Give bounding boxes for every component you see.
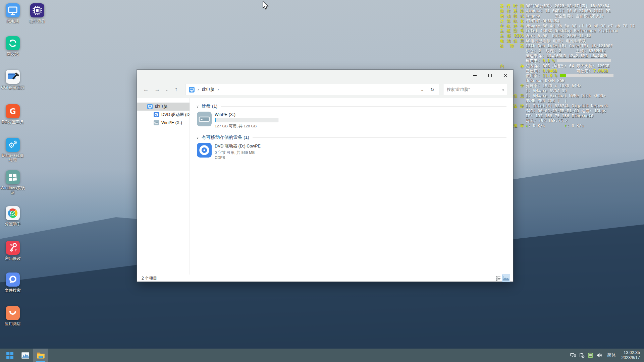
- status-bar: 2 个项目: [137, 275, 513, 282]
- tray-network-icon[interactable]: [569, 349, 577, 362]
- desktop-icon-cgi-backup[interactable]: CGI备份还原: [0, 70, 25, 90]
- file-list-pane: ∨硬盘 (1)WinPE (X:)127 GB 可用, 共 128 GB∨有可移…: [190, 98, 513, 275]
- address-bar[interactable]: › 此电脑 › ⌄ ↻: [185, 84, 439, 95]
- forward-button[interactable]: →: [152, 84, 162, 95]
- hwinfo-value: NVME MBR 2GB [ ]: [526, 99, 567, 103]
- desktop-icon-recycle-bin[interactable]: 回收站: [0, 36, 25, 56]
- hwinfo-row: 利用率: 0.1 %: [500, 59, 644, 64]
- svg-text:T: T: [15, 249, 17, 252]
- group-rule: [253, 137, 506, 138]
- back-button[interactable]: ←: [141, 84, 151, 95]
- desktop-icon-label: Windows安装器: [0, 186, 25, 195]
- taskbar-explorer-button[interactable]: [33, 349, 48, 362]
- explorer-toolbar: ← → ⌄ ↑ › 此电脑 › ⌄ ↻ ⌕: [137, 81, 513, 98]
- hwinfo-value: 已使用:: [526, 69, 542, 73]
- breadcrumb-separator: ›: [218, 87, 219, 92]
- hwinfo-progress-bar: [557, 59, 611, 62]
- dvd-big-icon: [197, 143, 212, 158]
- nav-item[interactable]: WinPE (X:): [137, 119, 190, 127]
- hwinfo-value: AC电源已连接 电量: 电池未装载: [526, 39, 586, 43]
- tray-volume-icon[interactable]: [595, 349, 603, 362]
- nav-item[interactable]: 此电脑: [137, 103, 190, 111]
- win-installer-icon: [6, 170, 20, 184]
- group-rule: [221, 106, 506, 107]
- group-header[interactable]: ∨有可移动存储的设备 (1): [196, 133, 506, 141]
- hwinfo-row: 网关: 192.168.75.2: [500, 118, 644, 123]
- hwinfo-row: 处 理 器12th Gen Intel(R) Core(TM) i3-12100…: [500, 44, 644, 49]
- address-dropdown-chevron[interactable]: ⌄: [417, 84, 427, 95]
- drive-mini-icon: [154, 120, 159, 125]
- hwinfo-row: 主板型号Intel 440BX Desktop Reference Platfo…: [500, 28, 644, 34]
- hwinfo-label: 主板型号: [500, 28, 524, 34]
- dism-icon: ⚙⚙: [6, 138, 20, 152]
- nav-item-label: 此电脑: [155, 104, 168, 110]
- hwinfo-value: 0.94GB: [542, 69, 557, 73]
- maximize-icon: [488, 74, 492, 77]
- details-view-button[interactable]: [494, 275, 502, 282]
- hwinfo-label: 运行时间: [500, 4, 524, 9]
- taskbar-start-button[interactable]: [2, 349, 17, 362]
- nav-item[interactable]: DVD 驱动器 (D:) CowPE: [137, 111, 190, 119]
- items-count: 2 个项目: [142, 276, 157, 281]
- recent-locations-chevron[interactable]: ⌄: [164, 84, 170, 95]
- hwinfo-value: 0.1 %: [542, 59, 554, 63]
- desktop-icon-dism[interactable]: ⚙⚙Dism++镜像处理: [0, 138, 25, 162]
- breadcrumb-this-pc[interactable]: 此电脑: [202, 87, 215, 93]
- file-search-icon: [6, 273, 20, 287]
- app-store-icon: [6, 306, 20, 320]
- hwinfo-value: 高速缓存: L1=160KB L2=2.5MB L3=24MB: [526, 54, 607, 58]
- hwinfo-row: 运行时间00时00分59秒 2023-08-17[四] 13:02:34: [500, 4, 644, 9]
- ime-indicator[interactable]: 简体: [603, 352, 619, 358]
- group-header[interactable]: ∨硬盘 (1): [196, 102, 506, 110]
- hwinfo-value: Windows 11 64Bit 10.0.22000.2121 PE: [526, 9, 610, 13]
- large-icons-view-button[interactable]: [502, 275, 510, 282]
- hwinfo-row: IP: 192.168.75.136 Ethernet0: [500, 114, 644, 119]
- search-input[interactable]: [447, 87, 502, 92]
- maximize-button[interactable]: [482, 70, 498, 81]
- details-view-icon: [496, 276, 501, 281]
- desktop: 运行时间00时00分59秒 2023-08-17[四] 13:02:34操作系统…: [0, 0, 644, 362]
- hwinfo-value: 分辨率: 644 x 362 64Hz: [526, 83, 581, 88]
- search-box[interactable]: ⌕: [443, 84, 507, 95]
- drive-item[interactable]: DVD 驱动器 (D:) CowPE0 字节 可用, 共 569 MBCDFS: [197, 143, 506, 160]
- hwinfo-label: 内 存: [500, 64, 524, 69]
- desktop-icon-hardware-view[interactable]: 硬件查看: [24, 3, 50, 23]
- window-titlebar[interactable]: [137, 70, 513, 81]
- minimize-button[interactable]: [467, 70, 482, 81]
- taskbar-perf-button[interactable]: [17, 349, 33, 362]
- this-pc-icon: [6, 3, 20, 17]
- drive-item[interactable]: WinPE (X:)127 GB 可用, 共 128 GB: [197, 112, 506, 129]
- desktop-icon-diskgenius[interactable]: GDG分区工具: [0, 104, 25, 124]
- hwinfo-label: 处 理 器: [500, 44, 524, 49]
- tray-app-icon[interactable]: [586, 349, 595, 362]
- desktop-icon-partition-assistant[interactable]: 分区助手: [0, 206, 25, 226]
- hwinfo-row: Unknown DRAM 8GB: [500, 78, 644, 83]
- hwinfo-row: 显 卡分辨率: 644 x 362 64Hz: [500, 83, 644, 88]
- hwinfo-label: 启动模式: [500, 14, 524, 19]
- clock-time: 13:02:35: [621, 350, 640, 355]
- explorer-icon: [36, 351, 45, 360]
- svg-text:N: N: [10, 244, 12, 247]
- hwinfo-value: 00时00分59秒 2023-08-17[四] 13:02:34: [526, 4, 609, 8]
- hwinfo-value: 使用率:: [526, 73, 542, 78]
- nav-item-label: WinPE (X:): [161, 120, 182, 125]
- up-button[interactable]: ↑: [171, 84, 181, 95]
- hwinfo-row: 已使用: 0.94GB 可使用: 7.06GB: [500, 69, 644, 74]
- explorer-window: ← → ⌄ ↑ › 此电脑 › ⌄ ↻ ⌕ 此电脑DVD 驱动器 (D:) Co…: [137, 70, 513, 282]
- hwinfo-value: 1: VMware SVGA 3D: [526, 88, 567, 93]
- desktop-icon-win-installer[interactable]: Windows安装器: [0, 170, 25, 195]
- hwinfo-value: 12th Gen Intel(R) Core(TM) i3-12100F: [526, 44, 613, 48]
- taskbar-clock[interactable]: 13:02:35 2023/8/17: [619, 350, 644, 360]
- refresh-button[interactable]: ↻: [427, 84, 437, 95]
- desktop-icon-password-reset[interactable]: NT密码修改: [0, 241, 25, 261]
- desktop-icon-file-search[interactable]: 文件搜索: [0, 273, 25, 293]
- close-button[interactable]: [498, 70, 513, 81]
- desktop-icon-label: DG分区工具: [0, 120, 25, 124]
- capacity-bar: [215, 118, 278, 122]
- desktop-icon-this-pc[interactable]: 此电脑: [0, 3, 25, 23]
- clock-date: 2023/8/17: [621, 355, 640, 360]
- desktop-icon-label: 密码修改: [0, 256, 25, 261]
- desktop-icon-app-store[interactable]: 应用商店: [0, 306, 25, 326]
- hwinfo-value: : 0 K/s: [567, 123, 584, 128]
- tray-usb-icon[interactable]: [577, 349, 586, 362]
